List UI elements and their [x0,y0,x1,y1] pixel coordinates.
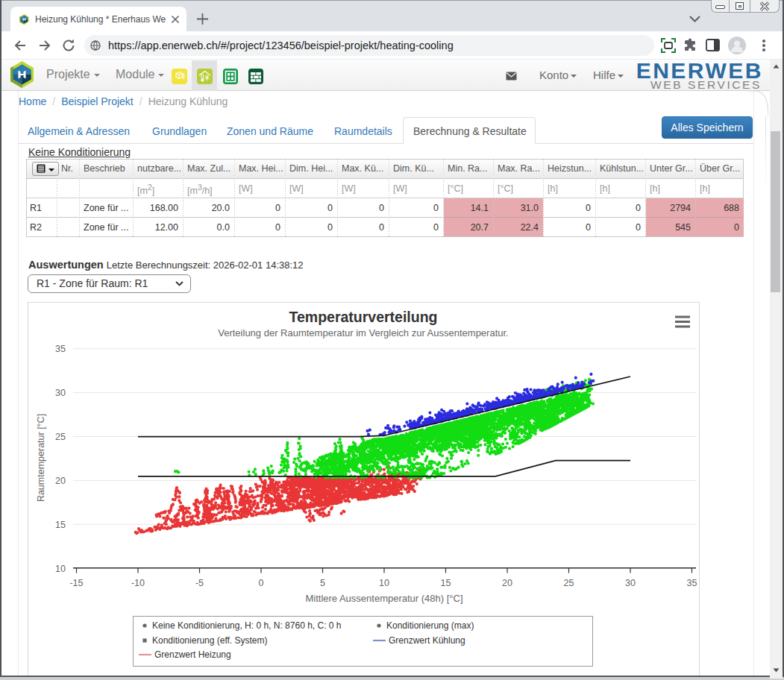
svg-text:35: 35 [687,578,697,588]
svg-text:-15: -15 [69,578,83,588]
svg-text:-10: -10 [131,578,145,588]
svg-text:Konditionierung (max): Konditionierung (max) [386,620,474,631]
svg-text:5: 5 [320,578,325,588]
svg-text:10: 10 [379,578,389,588]
svg-text:15: 15 [441,578,451,588]
svg-text:-5: -5 [195,578,204,588]
svg-text:0: 0 [259,578,264,588]
svg-text:Grenzwert Kühlung: Grenzwert Kühlung [389,635,465,646]
svg-text:15: 15 [55,520,66,530]
svg-text:Mittlere Aussentemperatur (48h: Mittlere Aussentemperatur (48h) [°C] [305,593,462,604]
svg-text:Keine Konditionierung, H: 0 h,: Keine Konditionierung, H: 0 h, N: 8760 h… [152,620,342,631]
svg-text:Konditionierung (eff. System): Konditionierung (eff. System) [152,635,268,646]
svg-text:30: 30 [625,578,636,588]
svg-text:25: 25 [55,432,66,442]
svg-text:10: 10 [55,564,66,574]
svg-text:20: 20 [502,578,512,588]
svg-text:Verteilung der Raumtemperatur: Verteilung der Raumtemperatur im Verglei… [218,327,508,339]
svg-text:25: 25 [564,578,574,588]
svg-text:Raumtemperatur [°C]: Raumtemperatur [°C] [36,414,46,502]
svg-text:35: 35 [55,344,66,354]
svg-text:20: 20 [55,476,66,486]
svg-text:30: 30 [55,388,66,398]
svg-text:Temperaturverteilung: Temperaturverteilung [289,309,437,325]
svg-text:Grenzwert Heizung: Grenzwert Heizung [154,649,231,660]
